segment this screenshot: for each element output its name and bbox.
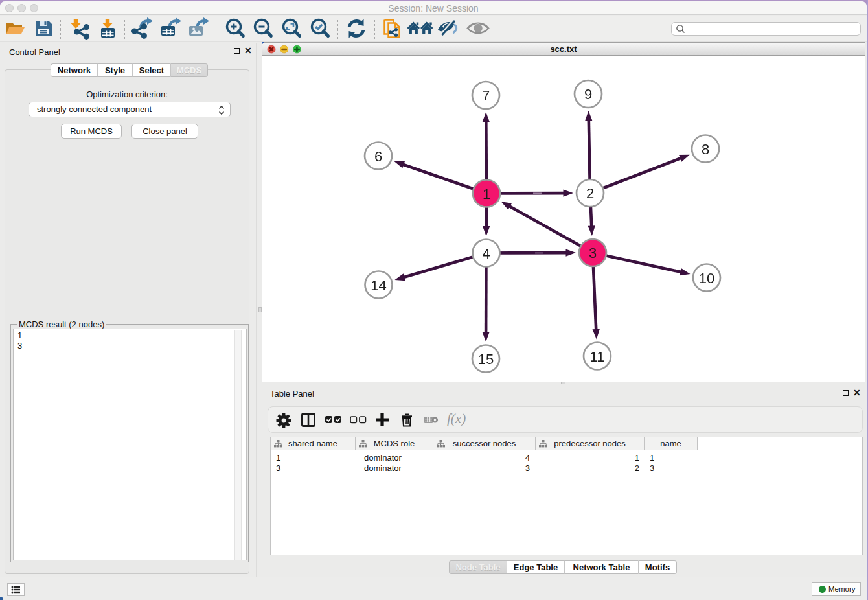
svg-text:7: 7: [482, 87, 490, 104]
svg-text:2: 2: [586, 185, 594, 202]
svg-text:15: 15: [478, 351, 494, 367]
svg-text:10: 10: [699, 270, 714, 286]
svg-text:1: 1: [483, 186, 490, 202]
svg-text:14: 14: [371, 277, 386, 294]
svg-text:9: 9: [584, 86, 592, 102]
svg-text:8: 8: [702, 141, 709, 157]
svg-text:3: 3: [589, 245, 597, 261]
svg-text:4: 4: [482, 246, 490, 262]
svg-text:11: 11: [590, 349, 605, 365]
svg-text:6: 6: [374, 148, 382, 165]
